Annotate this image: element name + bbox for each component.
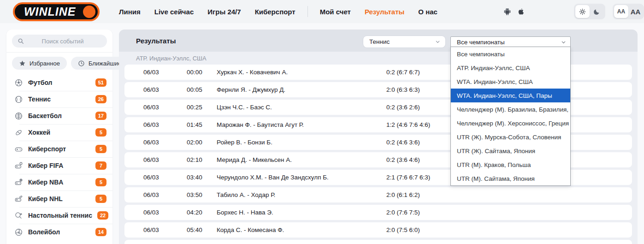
clock-icon bbox=[78, 60, 85, 67]
match-score: 2:1 (7:6 6:7 6:3) bbox=[386, 170, 430, 185]
table-row-partial[interactable]: 06/03 bbox=[124, 240, 632, 244]
basketball-icon bbox=[14, 112, 23, 120]
star-icon bbox=[19, 60, 26, 67]
sidebar-item-cyber-fifa[interactable]: Кибер FIFA 7 bbox=[6, 157, 112, 174]
match-date: 06/03 bbox=[137, 240, 165, 244]
table-tennis-icon bbox=[14, 211, 23, 220]
cyber-nba-icon bbox=[14, 178, 23, 187]
match-score: 0:2 (4:6 3:6) bbox=[386, 135, 420, 150]
match-players: Черундоло Х.М. - Ван Де Зандсхулп Б. bbox=[217, 170, 329, 185]
sidebar-item-esports[interactable]: Киберспорт 5 bbox=[6, 141, 112, 157]
nav-about[interactable]: О нас bbox=[418, 8, 437, 16]
sidebar-item-volleyball[interactable]: Волейбол 14 bbox=[6, 224, 112, 240]
sports-list: Футбол 51 Теннис 26 Баскетбол 17 Хоккей … bbox=[6, 74, 112, 240]
match-date: 06/03 bbox=[137, 187, 165, 202]
moon-icon[interactable] bbox=[590, 5, 604, 18]
match-date: 06/03 bbox=[137, 65, 165, 80]
sun-icon[interactable] bbox=[575, 5, 590, 18]
nav-esports[interactable]: Киберспорт bbox=[255, 8, 295, 16]
match-time: 04:20 bbox=[181, 205, 208, 220]
count-badge: 5 bbox=[95, 145, 106, 153]
match-date: 06/03 bbox=[137, 117, 165, 132]
favorites-button[interactable]: Избранное bbox=[12, 57, 67, 70]
results-panel: Результаты Теннис Все чемпионаты Все чем… bbox=[119, 30, 638, 244]
sidebar-item-football[interactable]: Футбол 51 bbox=[6, 74, 112, 91]
table-row[interactable]: 06/03 04:20 Борхес Н. - Нава Э. 2:0 (7:6… bbox=[124, 205, 632, 220]
dropdown-option-highlighted[interactable]: WTA. Индиан-Уэллс, США, Пары bbox=[451, 89, 570, 102]
match-players: Фернли Я. - Джумхур Д. bbox=[217, 82, 285, 97]
match-time bbox=[181, 240, 208, 244]
nav-my-account[interactable]: Мой счет bbox=[320, 8, 351, 16]
nav-results[interactable]: Результаты bbox=[365, 8, 404, 16]
upcoming-label: Ближайшие bbox=[89, 60, 121, 67]
championship-filter-select[interactable]: Все чемпионаты bbox=[450, 36, 571, 48]
dropdown-option[interactable]: UTR (М). Сайтама, Япония bbox=[451, 172, 570, 185]
sport-label: Футбол bbox=[28, 79, 90, 86]
sidebar-item-table-tennis[interactable]: Настольный теннис 22 bbox=[6, 207, 112, 224]
sport-label: Кибер FIFA bbox=[28, 162, 90, 169]
font-size-large-label: AA bbox=[631, 8, 641, 16]
font-size-toggle: AA AA bbox=[613, 4, 644, 19]
dropdown-option[interactable]: UTR (М). Краков, Польша bbox=[451, 158, 570, 172]
dropdown-option[interactable]: Челленджер (М). Бразилиа, Бразилия, Пары bbox=[451, 102, 570, 116]
dropdown-option[interactable]: UTR (Ж). Мурска-Собота, Словения bbox=[451, 130, 570, 144]
sidebar-divider bbox=[6, 52, 112, 53]
sidebar-item-tennis[interactable]: Теннис 26 bbox=[6, 91, 112, 107]
nav-games-247[interactable]: Игры 24/7 bbox=[207, 8, 241, 16]
match-time: 03:50 bbox=[181, 187, 208, 202]
match-date: 06/03 bbox=[137, 222, 165, 238]
logo-dot-icon bbox=[83, 6, 95, 18]
match-date: 06/03 bbox=[137, 205, 165, 220]
sidebar-item-cyber-nba[interactable]: Кибер NBA 5 bbox=[6, 174, 112, 190]
sidebar-item-hockey[interactable]: Хоккей 5 bbox=[6, 124, 112, 141]
sport-filter-select[interactable]: Теннис bbox=[363, 36, 445, 48]
nav-line[interactable]: Линия bbox=[119, 8, 141, 16]
dropdown-option[interactable]: WTA. Индиан-Уэллс, США bbox=[451, 75, 570, 89]
match-score: 2:0 (6:1 6:2) bbox=[386, 187, 420, 202]
match-players: Цзэн Ч.С. - Баэс С. bbox=[217, 100, 272, 115]
search-field[interactable] bbox=[12, 35, 107, 48]
top-bar: WINLINE Линия Live сейчас Игры 24/7 Кибе… bbox=[0, 0, 644, 23]
font-size-small-label: AA bbox=[617, 8, 625, 15]
match-score: 2:0 (7:5 6:0) bbox=[386, 222, 420, 238]
logo-text: WINLINE bbox=[24, 5, 76, 18]
match-score: 2:0 (7:6 7:5) bbox=[386, 205, 420, 220]
dropdown-option[interactable]: Все чемпионаты bbox=[451, 47, 570, 61]
match-time: 05:40 bbox=[181, 222, 208, 238]
count-badge: 17 bbox=[95, 112, 106, 120]
page-title: Результаты bbox=[136, 30, 176, 52]
favorites-label: Избранное bbox=[30, 60, 60, 67]
table-row[interactable]: 06/03 05:40 Корда С. - Комесана Ф. 2:0 (… bbox=[124, 222, 632, 238]
match-score: 0:2 (3:6 2:6) bbox=[386, 100, 420, 115]
count-badge: 7 bbox=[95, 161, 106, 170]
count-badge: 5 bbox=[95, 128, 106, 137]
match-players: Марожан Ф. - Баутиста Агут Р. bbox=[217, 117, 304, 132]
dropdown-option[interactable]: UTR (Ж). Сайтама, Япония bbox=[451, 144, 570, 158]
count-badge: 5 bbox=[95, 195, 106, 203]
theme-toggle bbox=[574, 4, 605, 19]
championship-dropdown: Все чемпионаты АТР. Индиан-Уэллс, США WT… bbox=[450, 47, 571, 186]
match-time: 01:45 bbox=[181, 117, 208, 132]
nav-live[interactable]: Live сейчас bbox=[154, 8, 194, 16]
android-icon[interactable] bbox=[502, 6, 512, 17]
search-input[interactable] bbox=[24, 38, 101, 45]
apple-icon[interactable] bbox=[516, 6, 526, 17]
dropdown-option[interactable]: АТР. Индиан-Уэллс, США bbox=[451, 61, 570, 75]
sport-label: Кибер NBA bbox=[28, 179, 90, 186]
match-time: 00:05 bbox=[181, 82, 208, 97]
font-size-small-button[interactable]: AA bbox=[614, 5, 628, 18]
main-nav: Линия Live сейчас Игры 24/7 Киберспорт М… bbox=[119, 6, 437, 17]
match-score: 2:0 (6:3 6:3) bbox=[386, 82, 420, 97]
dropdown-option[interactable]: Челленджер (М). Херсониссос, Греция bbox=[451, 116, 570, 130]
sidebar-item-cyber-nhl[interactable]: Кибер NHL 5 bbox=[6, 190, 112, 207]
match-score: 0:2 (3:6 4:6) bbox=[386, 152, 420, 167]
winline-logo[interactable]: WINLINE bbox=[13, 2, 100, 21]
match-date: 06/03 bbox=[137, 152, 165, 167]
font-size-large-button[interactable]: AA bbox=[628, 5, 643, 18]
table-row[interactable]: 06/03 03:50 Табило А. - Ходар Р. 2:0 (6:… bbox=[124, 187, 632, 202]
sport-label: Настольный теннис bbox=[28, 212, 92, 219]
sport-label: Киберспорт bbox=[28, 145, 90, 153]
sidebar-item-basketball[interactable]: Баскетбол 17 bbox=[6, 107, 112, 124]
match-score: 0:2 (6:7 6:7) bbox=[386, 65, 420, 80]
match-time: 02:10 bbox=[181, 152, 208, 167]
